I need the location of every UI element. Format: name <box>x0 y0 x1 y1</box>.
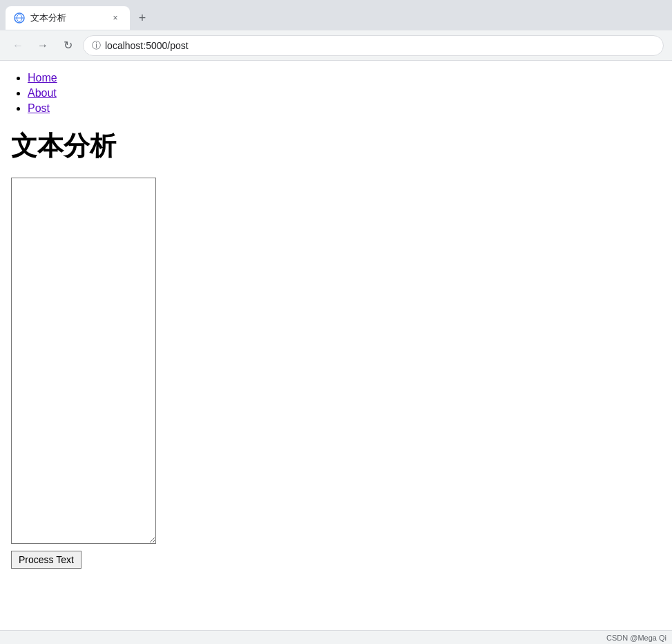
page-content: Home About Post 文本分析 Process Text <box>0 61 672 630</box>
nav-link-home[interactable]: Home <box>28 72 57 84</box>
url-display: localhost:5000/post <box>105 40 655 51</box>
browser-toolbar: ← → ↻ ⓘ localhost:5000/post <box>0 30 672 61</box>
nav-item-about: About <box>28 87 661 100</box>
tab-close-button[interactable]: × <box>109 12 122 24</box>
nav-item-home: Home <box>28 72 661 84</box>
address-bar[interactable]: ⓘ localhost:5000/post <box>83 35 664 56</box>
status-text: CSDN @Mega Qi <box>606 634 666 642</box>
browser-chrome: 文本分析 × + ← → ↻ ⓘ localhost:5000/post <box>0 0 672 61</box>
new-tab-button[interactable]: + <box>133 8 152 28</box>
active-tab[interactable]: 文本分析 × <box>6 6 130 30</box>
tab-favicon-icon <box>14 12 25 23</box>
tab-title: 文本分析 <box>30 12 104 24</box>
reload-button[interactable]: ↻ <box>58 36 77 55</box>
back-button[interactable]: ← <box>8 36 28 55</box>
process-text-button[interactable]: Process Text <box>11 551 81 569</box>
status-bar: CSDN @Mega Qi <box>0 630 672 644</box>
info-icon: ⓘ <box>92 39 101 52</box>
navigation-list: Home About Post <box>11 72 661 115</box>
page-heading: 文本分析 <box>11 129 661 164</box>
forward-button[interactable]: → <box>33 36 52 55</box>
tab-bar: 文本分析 × + <box>0 0 672 30</box>
nav-link-about[interactable]: About <box>28 87 57 99</box>
text-input[interactable] <box>11 178 156 544</box>
nav-item-post: Post <box>28 102 661 115</box>
nav-link-post[interactable]: Post <box>28 102 50 114</box>
